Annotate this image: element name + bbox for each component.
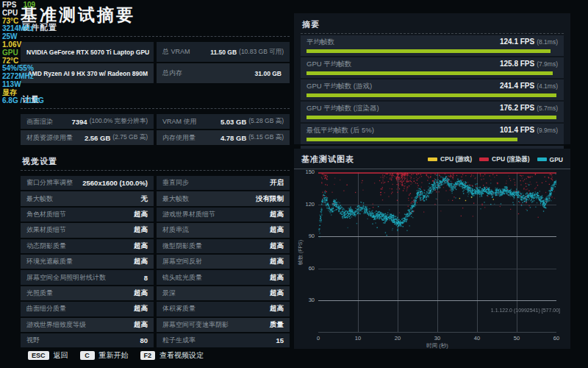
metric-row-value: 5.03 GB — [220, 118, 246, 126]
setting-row-value: 8 — [144, 274, 148, 282]
summary-row-value: 124.1 FPS — [500, 38, 534, 46]
overlay-line-text: 1.06V — [2, 40, 21, 49]
x-axis-title: 时间 (秒) — [318, 342, 556, 350]
fps-bar-track — [306, 116, 558, 119]
metric-row-note: (5.15 GB 高) — [248, 133, 284, 142]
setting-row: 游戏世界细致度等级 超高 — [21, 318, 154, 332]
setting-row: 光照质量 超高 — [21, 286, 154, 300]
setting-row-value: 超高 — [270, 210, 284, 219]
setting-row-value: 超高 — [134, 320, 148, 330]
setting-row: 角色材质细节 超高 — [21, 208, 154, 222]
x-tick-label: 60 — [549, 335, 564, 342]
key-hint[interactable]: ESC 返回 — [28, 350, 68, 361]
setting-row: 最大帧数 没有限制 — [157, 191, 290, 205]
fps-bar-track — [306, 49, 558, 53]
summary-panel: 摘要 平均帧数 124.1 FPS (8.1ms) GPU 平均帧数 125.8… — [294, 13, 570, 144]
setting-row-label: 屏幕空间全局照明射线计数 — [26, 273, 106, 283]
setting-row: 屏幕空间可变速率阴影 质量 — [157, 318, 290, 332]
setting-row-label: 游戏世界细致度等级 — [26, 320, 86, 330]
summary-row: 平均帧数 124.1 FPS (8.1ms) — [301, 35, 564, 56]
summary-rows: 平均帧数 124.1 FPS (8.1ms) GPU 平均帧数 125.8 FP… — [301, 35, 564, 144]
key-badge[interactable]: C — [80, 351, 95, 360]
summary-title: 摘要 — [301, 19, 564, 34]
x-tick-label: 10 — [351, 335, 365, 342]
key-hint[interactable]: C 重新开始 — [80, 350, 129, 361]
summary-row-label: 平均帧数 — [306, 38, 334, 47]
setting-row-value: 80 — [140, 336, 148, 344]
chart-x-ticks: 0102030405060 — [311, 335, 564, 342]
metric-row-note: (5.28 GB 高) — [248, 117, 284, 126]
summary-row-label: GPU 平均帧数 (游戏) — [306, 82, 372, 91]
summary-row-label: 最低平均帧数 (后 5%) — [306, 126, 374, 135]
overlay-line-text: 6.8G / 11.9G — [2, 96, 44, 105]
y-tick-label: 60 — [297, 265, 315, 272]
overlay-line-text: 54%/55% — [2, 64, 34, 72]
hardware-row-label: 总 VRAM — [162, 47, 190, 57]
setting-row: 镜头眩光质量 超高 — [157, 270, 290, 284]
setting-row-value: 无 — [141, 194, 148, 204]
metric-row: 画面渲染 7394 (100.0% 完整分辨率) — [21, 114, 154, 129]
hardware-row-value: 31.00 GB — [255, 70, 282, 77]
fps-bar-track — [306, 138, 558, 141]
overlay-line-text: CPU — [2, 9, 18, 17]
key-badge[interactable]: F2 — [140, 351, 156, 360]
setting-row-label: 材质串流 — [162, 225, 189, 235]
setting-row-label: 最大帧数 — [162, 194, 189, 204]
setting-row-label: 曲面细分质量 — [26, 304, 66, 314]
setting-row-value: 2560x1600 (100.0%) — [82, 179, 148, 187]
perf-overlay: FPS 109 CPU 73°C 3214MHz 25W 1.06V GPU 7… — [2, 1, 44, 105]
section-metrics: 计量 画面渲染 7394 (100.0% 完整分辨率) 材质资源使用量 2.56… — [21, 94, 290, 145]
overlay-fps-value: 109 — [23, 1, 35, 10]
setting-row-value: 超高 — [134, 257, 148, 266]
legend-item: GPU — [537, 156, 563, 163]
setting-row-value: 超高 — [134, 210, 148, 219]
summary-row-note: (7.9ms) — [537, 60, 558, 68]
x-tick-label: 50 — [509, 335, 524, 342]
summary-row-value: 101.4 FPS — [500, 126, 534, 134]
summary-row: 最低平均帧数 (后 5%) 101.4 FPS (9.9ms) — [301, 124, 564, 144]
metric-row-label: 画面渲染 — [26, 117, 53, 127]
y-tick-label: 120 — [297, 201, 315, 208]
metric-row-value: 7394 — [72, 118, 87, 126]
setting-row-value: 超高 — [270, 241, 284, 251]
legend-swatch-icon — [479, 158, 489, 161]
overlay-line-text: 113W — [2, 80, 21, 88]
setting-row: 视野 80 — [21, 333, 154, 347]
fps-bar-fill — [306, 93, 556, 97]
setting-row: 体积雾质量 超高 — [157, 302, 290, 316]
overlay-line-text: 73°C — [2, 17, 18, 25]
key-badge[interactable]: ESC — [28, 351, 49, 360]
visual-settings-right-col: 垂直同步 开启 最大帧数 没有限制 游戏世界材质细节 超高 材质串流 超高 — [157, 176, 290, 347]
overlay-line-text: 显存 — [2, 88, 17, 96]
visual-settings-left-col: 窗口分辨率调整 2560x1600 (100.0%) 最大帧数 无 角色材质细节… — [21, 176, 154, 347]
chart-header: 基准测试图表 CPU (游戏) CPU (渲染器) GPU — [294, 149, 570, 169]
hardware-row-note: (10.83 GB 可用) — [239, 48, 284, 57]
overlay-line-text: 3214MHz — [2, 24, 34, 32]
x-tick-label: 20 — [390, 335, 405, 342]
fps-bar-track — [306, 93, 558, 97]
chart-title: 基准测试图表 — [301, 154, 354, 165]
setting-row: 最大帧数 无 — [21, 191, 154, 205]
setting-row: 垂直同步 开启 — [157, 176, 290, 190]
setting-row-value: 超高 — [270, 289, 284, 298]
metric-row-value: 2.56 GB — [85, 134, 110, 142]
setting-row: 材质串流 超高 — [157, 223, 290, 237]
hardware-row-label: 总内存 — [162, 68, 182, 78]
key-hint-label: 返回 — [54, 350, 68, 361]
setting-row-value: 超高 — [134, 241, 148, 251]
setting-row-label: 游戏世界材质细节 — [162, 210, 215, 219]
overlay-lines: CPU 73°C 3214MHz 25W 1.06V GPU 72°C 54%/… — [2, 10, 44, 105]
legend-label: CPU (游戏) — [440, 155, 472, 164]
key-hint[interactable]: F2 查看视频设定 — [140, 350, 204, 361]
metric-row: 材质资源使用量 2.56 GB (2.75 GB 高) — [21, 130, 154, 145]
visual-settings-title: 视觉设置 — [21, 156, 290, 171]
metric-row-label: 材质资源使用量 — [26, 133, 73, 143]
metrics-left-col: 画面渲染 7394 (100.0% 完整分辨率) 材质资源使用量 2.56 GB… — [21, 114, 154, 145]
setting-row-value: 15 — [276, 336, 284, 344]
summary-row-note: (9.9ms) — [537, 127, 558, 134]
setting-row-value: 超高 — [134, 289, 148, 298]
metric-row-label: 内存使用量 — [162, 133, 196, 143]
summary-row-note: (5.7ms) — [537, 105, 558, 112]
key-hint-label: 查看视频设定 — [159, 350, 204, 361]
overlay-line-text: 2272MHz — [2, 72, 34, 80]
